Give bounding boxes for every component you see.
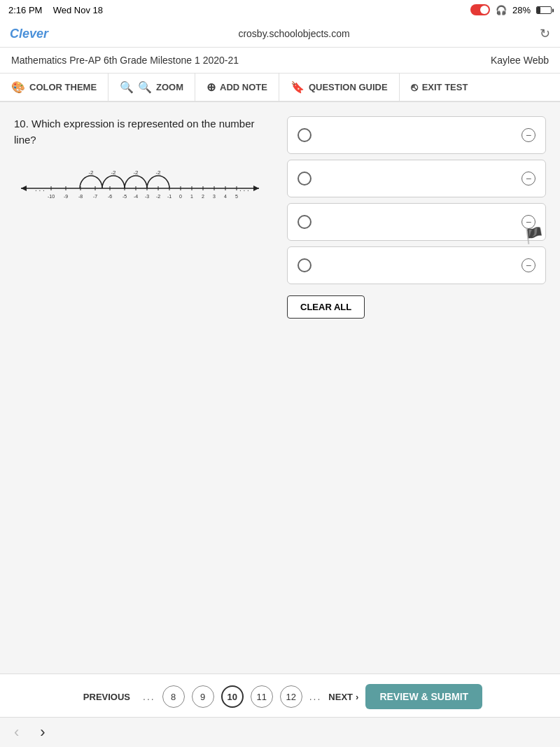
svg-text:4: 4 bbox=[224, 194, 227, 199]
svg-text:-3: -3 bbox=[145, 194, 149, 199]
toolbar: 🎨 COLOR THEME 🔍 🔍 ZOOM ⊕ ADD NOTE 🔖 QUES… bbox=[0, 74, 560, 102]
svg-text:-7: -7 bbox=[93, 194, 97, 199]
question-area: 10. Which expression is represented on t… bbox=[14, 116, 273, 634]
status-bar: 2:16 PM Wed Nov 18 🎧 28% bbox=[0, 0, 560, 20]
svg-text:-2: -2 bbox=[111, 169, 116, 176]
svg-text:-9: -9 bbox=[64, 194, 68, 199]
guide-icon: 🔖 bbox=[290, 81, 304, 94]
radio-d[interactable] bbox=[298, 258, 312, 272]
page-8-button[interactable]: 8 bbox=[162, 685, 185, 708]
svg-text:. . .: . . . bbox=[35, 185, 45, 193]
palette-icon: 🎨 bbox=[11, 81, 25, 94]
plus-circle-icon: ⊕ bbox=[206, 81, 216, 94]
number-line-svg: -10 -9 -8 -7 -6 -5 -4 -3 -2 -1 0 1 2 3 4… bbox=[14, 159, 266, 201]
svg-text:. . .: . . . bbox=[239, 185, 249, 193]
battery-icon bbox=[536, 6, 552, 14]
main-content: 🏴 10. Which expression is represented on… bbox=[0, 102, 560, 648]
question-number: 10. bbox=[14, 118, 29, 130]
radio-a[interactable] bbox=[298, 128, 312, 142]
previous-button[interactable]: PREVIOUS bbox=[78, 689, 136, 705]
question-text: 10. Which expression is represented on t… bbox=[14, 116, 273, 148]
svg-text:-5: -5 bbox=[122, 194, 127, 199]
url-display: crosby.schoolobjects.com bbox=[238, 28, 349, 39]
browser-bottom-bar: ‹ › bbox=[0, 717, 560, 747]
color-theme-button[interactable]: 🎨 COLOR THEME bbox=[0, 74, 108, 101]
svg-text:-2: -2 bbox=[133, 169, 139, 176]
svg-text:-4: -4 bbox=[134, 194, 138, 199]
zoom-search-icon: 🔍 bbox=[120, 81, 134, 94]
svg-text:-2: -2 bbox=[88, 169, 94, 176]
chevron-right-icon: › bbox=[356, 692, 358, 702]
clever-logo: Clever bbox=[10, 27, 48, 41]
flag-button[interactable]: 🏴 bbox=[524, 227, 543, 245]
eliminate-d[interactable]: − bbox=[522, 258, 536, 272]
question-guide-button[interactable]: 🔖 QUESTION GUIDE bbox=[279, 74, 400, 101]
page-11-button[interactable]: 11 bbox=[251, 685, 273, 708]
page-12-button[interactable]: 12 bbox=[280, 685, 302, 708]
toggle-icon bbox=[470, 4, 490, 16]
svg-text:-2: -2 bbox=[156, 194, 160, 199]
next-button[interactable]: NEXT › bbox=[328, 692, 358, 702]
review-submit-button[interactable]: REVIEW & SUBMIT bbox=[365, 684, 482, 709]
answer-option-b[interactable]: − bbox=[287, 160, 546, 197]
zoom-plus-icon: 🔍 bbox=[138, 81, 152, 94]
question-body: Which expression is represented on the n… bbox=[14, 118, 255, 146]
add-note-button[interactable]: ⊕ ADD NOTE bbox=[195, 74, 279, 101]
exit-test-button[interactable]: ⎋ EXIT TEST bbox=[400, 74, 479, 101]
eliminate-b[interactable]: − bbox=[522, 172, 536, 186]
time-display: 2:16 PM bbox=[8, 5, 42, 15]
page-10-button[interactable]: 10 bbox=[221, 685, 244, 708]
left-dots: ... bbox=[143, 691, 155, 702]
battery-display: 28% bbox=[512, 5, 531, 15]
browser-bar: Clever crosby.schoolobjects.com ↻ bbox=[0, 20, 560, 48]
svg-marker-1 bbox=[21, 186, 27, 191]
radio-c[interactable] bbox=[298, 215, 312, 229]
answer-option-c[interactable]: − bbox=[287, 203, 546, 241]
svg-text:-6: -6 bbox=[108, 194, 112, 199]
svg-text:5: 5 bbox=[235, 194, 238, 199]
svg-text:3: 3 bbox=[213, 194, 216, 199]
number-line-area: -10 -9 -8 -7 -6 -5 -4 -3 -2 -1 0 1 2 3 4… bbox=[14, 159, 273, 204]
refresh-icon[interactable]: ↻ bbox=[540, 26, 550, 41]
svg-marker-2 bbox=[253, 186, 259, 191]
svg-text:-1: -1 bbox=[167, 194, 172, 199]
right-dots: ... bbox=[309, 691, 322, 702]
svg-text:-2: -2 bbox=[155, 169, 161, 176]
clear-all-button[interactable]: CLEAR ALL bbox=[287, 295, 365, 319]
svg-text:2: 2 bbox=[202, 194, 204, 199]
page-header: Mathematics Pre-AP 6th Grade Milestone 1… bbox=[0, 48, 560, 74]
page-title: Mathematics Pre-AP 6th Grade Milestone 1… bbox=[11, 55, 239, 66]
svg-text:-8: -8 bbox=[78, 194, 83, 199]
bottom-navigation: PREVIOUS ... 8 9 10 11 12 ... NEXT › REV… bbox=[0, 673, 560, 719]
page-9-button[interactable]: 9 bbox=[192, 685, 214, 708]
exit-icon: ⎋ bbox=[411, 81, 418, 94]
svg-text:0: 0 bbox=[179, 194, 182, 199]
headphone-icon: 🎧 bbox=[496, 5, 507, 15]
browser-forward-button[interactable]: › bbox=[40, 723, 45, 741]
radio-b[interactable] bbox=[298, 172, 312, 186]
eliminate-a[interactable]: − bbox=[522, 128, 536, 142]
date-display: Wed Nov 18 bbox=[53, 5, 103, 15]
zoom-button[interactable]: 🔍 🔍 ZOOM bbox=[108, 74, 195, 101]
answer-options: − − − − CLEAR ALL bbox=[287, 116, 546, 634]
svg-text:1: 1 bbox=[190, 194, 193, 199]
answer-option-a[interactable]: − bbox=[287, 116, 546, 154]
svg-text:-10: -10 bbox=[48, 194, 55, 199]
user-name: Kaylee Webb bbox=[491, 55, 549, 66]
flag-area: 🏴 bbox=[524, 227, 543, 245]
browser-back-button[interactable]: ‹ bbox=[14, 723, 19, 741]
answer-option-d[interactable]: − bbox=[287, 246, 546, 284]
